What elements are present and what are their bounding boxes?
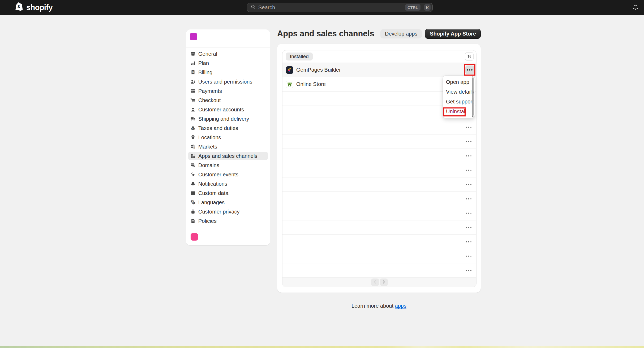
app-row-empty[interactable] <box>282 220 476 235</box>
sidebar-item-label: Languages <box>198 199 225 206</box>
shipping-icon <box>190 116 196 121</box>
ellipsis-icon <box>471 69 473 71</box>
sidebar-item-custom-data[interactable]: Custom data <box>188 189 268 197</box>
search-icon <box>251 4 256 11</box>
row-menu-button[interactable] <box>465 168 472 172</box>
sidebar-item-label: Markets <box>198 144 217 150</box>
sidebar-item-markets[interactable]: $Markets <box>188 142 268 151</box>
locations-icon <box>190 135 196 140</box>
ellipsis-icon <box>468 155 469 156</box>
menu-item-open-app[interactable]: Open app <box>443 77 475 87</box>
ellipsis-icon <box>470 270 472 271</box>
scroll-down-arrow-icon[interactable] <box>472 116 474 118</box>
row-menu-button[interactable] <box>465 182 472 187</box>
sidebar-item-customer-privacy[interactable]: Customer privacy <box>188 207 268 216</box>
pagination-next-button[interactable] <box>380 279 388 286</box>
row-menu-button[interactable] <box>465 225 472 230</box>
app-row-empty[interactable] <box>282 192 476 206</box>
store-avatar[interactable] <box>190 33 197 40</box>
app-row-empty[interactable] <box>282 163 476 177</box>
svg-text:a: a <box>193 202 194 204</box>
sidebar-item-policies[interactable]: Policies <box>188 217 268 225</box>
sidebar-item-label: Customer events <box>198 172 238 178</box>
tab-installed[interactable]: Installed <box>286 53 313 60</box>
app-row-gempages-builder[interactable]: GemPages Builder <box>282 63 476 77</box>
ellipsis-icon <box>470 227 472 228</box>
ellipsis-icon <box>466 141 467 142</box>
shortcut-key-ctrl: CTRL <box>405 4 420 11</box>
sidebar-item-notifications[interactable]: Notifications <box>188 180 268 188</box>
sidebar-item-locations[interactable]: Locations <box>188 133 268 142</box>
ellipsis-icon <box>468 169 469 171</box>
scroll-up-arrow-icon[interactable] <box>472 76 474 77</box>
sidebar-item-apps-and-sales-channels[interactable]: Apps and sales channels <box>188 152 268 160</box>
pagination-prev-button[interactable] <box>371 279 379 286</box>
pagination <box>282 277 476 287</box>
taxes-icon: $ <box>190 125 196 131</box>
sidebar-item-customer-accounts[interactable]: Customer accounts <box>188 105 268 114</box>
apps-link[interactable]: apps <box>395 303 406 309</box>
sidebar-item-general[interactable]: General <box>188 50 268 58</box>
sidebar-item-taxes-and-duties[interactable]: $Taxes and duties <box>188 124 268 132</box>
sidebar-item-label: Custom data <box>198 190 228 196</box>
shopify-app-store-button[interactable]: Shopify App Store <box>425 29 481 39</box>
user-avatar[interactable] <box>191 233 198 241</box>
ellipsis-icon <box>470 184 472 185</box>
sidebar-item-label: Payments <box>198 88 222 94</box>
develop-apps-button[interactable]: Develop apps <box>380 29 422 38</box>
row-menu-button[interactable] <box>465 268 472 273</box>
app-row-empty[interactable] <box>282 149 476 163</box>
sidebar-item-languages[interactable]: AaLanguages <box>188 198 268 207</box>
menu-item-uninstall[interactable]: Uninstall <box>443 107 475 116</box>
sidebar-item-label: Locations <box>198 134 221 141</box>
search-input[interactable]: Search CTRL K <box>247 3 433 12</box>
sidebar-item-customer-events[interactable]: Customer events <box>188 170 268 179</box>
app-row-empty[interactable] <box>282 134 476 149</box>
sidebar-item-label: Taxes and duties <box>198 125 238 131</box>
sidebar-item-users-and-permissions[interactable]: Users and permissions <box>188 77 268 86</box>
app-name: Online Store <box>296 81 326 87</box>
shopify-logo[interactable]: S shopify <box>15 0 53 15</box>
menu-item-view-details[interactable]: View details <box>443 87 475 97</box>
row-menu-button[interactable] <box>465 211 472 215</box>
ellipsis-icon <box>468 212 469 214</box>
sidebar-item-billing[interactable]: $Billing <box>188 68 268 77</box>
sidebar-item-domains[interactable]: Domains <box>188 161 268 169</box>
sidebar-item-label: Domains <box>198 162 219 168</box>
app-row-empty[interactable] <box>282 206 476 220</box>
ellipsis-icon <box>470 198 472 199</box>
sidebar-item-payments[interactable]: Payments <box>188 87 268 95</box>
scrollbar[interactable] <box>472 78 474 116</box>
app-row-empty[interactable] <box>282 263 476 278</box>
app-row-empty[interactable] <box>282 177 476 192</box>
ellipsis-icon <box>469 69 470 71</box>
ellipsis-icon <box>466 155 467 156</box>
billing-icon: $ <box>190 70 196 75</box>
header-actions: Develop apps Shopify App Store <box>380 29 481 39</box>
row-menu-button[interactable] <box>465 197 472 201</box>
sidebar-item-label: Users and permissions <box>198 79 252 85</box>
menu-item-get-support[interactable]: Get support <box>443 97 475 107</box>
sort-button[interactable] <box>465 52 474 61</box>
sidebar-item-shipping-and-delivery[interactable]: Shipping and delivery <box>188 115 268 123</box>
app-row-empty[interactable] <box>282 249 476 263</box>
row-menu-button[interactable] <box>465 240 472 244</box>
sidebar-item-plan[interactable]: Plan <box>188 59 268 67</box>
row-menu-button[interactable] <box>465 139 472 144</box>
row-menu-button[interactable] <box>465 66 474 74</box>
page-header: Apps and sales channels Develop apps Sho… <box>277 28 481 39</box>
ellipsis-icon <box>468 270 469 271</box>
domains-icon <box>190 163 196 168</box>
app-row-empty[interactable] <box>282 120 476 134</box>
ellipsis-icon <box>470 241 472 242</box>
row-menu-button[interactable] <box>465 254 472 258</box>
languages-icon: Aa <box>190 200 196 205</box>
notification-bell-icon[interactable] <box>632 4 639 11</box>
app-context-menu: Open appView detailsGet supportUninstall <box>443 76 475 118</box>
learn-more-label: Learn more about <box>351 303 393 309</box>
app-row-empty[interactable] <box>282 235 476 249</box>
shopify-bag-icon: S <box>15 2 24 13</box>
row-menu-button[interactable] <box>465 154 472 158</box>
sidebar-item-checkout[interactable]: Checkout <box>188 96 268 105</box>
row-menu-button[interactable] <box>465 125 472 129</box>
